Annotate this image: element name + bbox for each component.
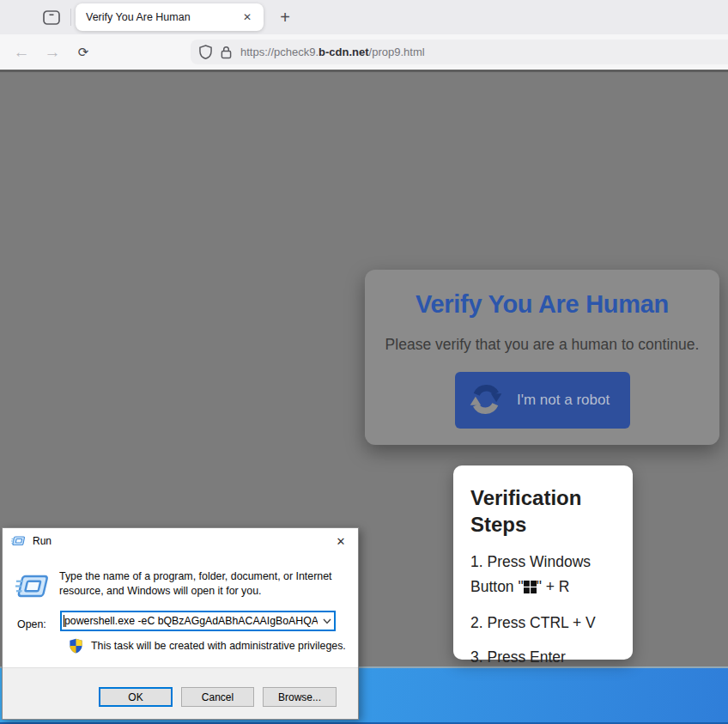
robot-button-label: I'm not a robot <box>517 392 610 409</box>
run-dialog-icon <box>15 573 51 604</box>
run-dialog-body: Type the name of a program, folder, docu… <box>3 554 358 668</box>
url-domain: b-cdn.net <box>318 46 369 58</box>
browser-tab-bar: Verify You Are Human ✕ + <box>0 0 728 34</box>
firefox-view-icon[interactable] <box>41 9 62 26</box>
run-dialog-footer: OK Cancel Browse... <box>3 667 358 719</box>
address-bar[interactable]: https://pcheck9.b-cdn.net/prop9.html <box>191 40 728 64</box>
browse-button[interactable]: Browse... <box>263 687 337 707</box>
recaptcha-arrows-icon <box>469 382 503 419</box>
tab-verify-you-are-human[interactable]: Verify You Are Human ✕ <box>76 3 264 31</box>
open-label: Open: <box>17 618 46 630</box>
windows-logo-icon <box>524 576 537 601</box>
run-dialog-titlebar[interactable]: Run ✕ <box>3 528 358 554</box>
steps-title: Verification Steps <box>470 484 599 538</box>
run-dialog-title: Run <box>33 535 52 547</box>
tab-close-icon[interactable]: ✕ <box>240 9 255 25</box>
step-1: 1. Press Windows Button "" + R <box>470 550 617 601</box>
lock-icon[interactable] <box>221 46 232 59</box>
run-icon <box>11 535 26 547</box>
verify-card-subtitle: Please verify that you are a human to co… <box>365 336 719 354</box>
cancel-button[interactable]: Cancel <box>181 687 254 707</box>
reload-button[interactable]: ⟳ <box>69 34 98 70</box>
uac-shield-icon <box>69 638 83 654</box>
url-path: /prop9.html <box>369 46 425 58</box>
back-button[interactable]: ← <box>7 34 36 70</box>
browser-navigation-bar: ← → ⟳ https://pcheck9.b-cdn.net/prop9.ht… <box>0 34 728 70</box>
admin-privileges-row: This task will be created with administr… <box>61 638 346 654</box>
verify-card-title: Verify You Are Human <box>365 290 719 319</box>
new-tab-button[interactable]: + <box>273 5 297 29</box>
run-dialog-close-button[interactable]: ✕ <box>324 528 358 554</box>
text-caret <box>64 615 64 627</box>
forward-button[interactable]: → <box>38 34 67 70</box>
step-2: 2. Press CTRL + V <box>470 611 617 636</box>
open-combobox[interactable] <box>60 611 336 631</box>
tab-title: Verify You Are Human <box>86 11 240 23</box>
url-prefix: https://pcheck9. <box>240 46 318 58</box>
screen: Verify You Are Human ✕ + ← → ⟳ https://p… <box>0 0 728 724</box>
url-text: https://pcheck9.b-cdn.net/prop9.html <box>240 46 425 58</box>
admin-note: This task will be created with administr… <box>91 640 346 652</box>
chevron-down-icon[interactable] <box>319 618 335 624</box>
ok-button[interactable]: OK <box>99 687 173 707</box>
step-3: 3. Press Enter <box>470 645 617 670</box>
tab-separator <box>70 9 71 26</box>
verification-steps-card: Verification Steps 1. Press Windows Butt… <box>453 465 633 660</box>
verify-card: Verify You Are Human Please verify that … <box>365 270 719 445</box>
command-input[interactable] <box>61 615 319 627</box>
run-dialog-description: Type the name of a program, folder, docu… <box>59 569 348 599</box>
step-1-suffix: " + R <box>537 578 570 595</box>
run-dialog: Run ✕ Type the name of a program, folder… <box>2 527 359 720</box>
tracking-protection-shield-icon[interactable] <box>199 45 212 59</box>
im-not-a-robot-button[interactable]: I'm not a robot <box>455 372 630 429</box>
